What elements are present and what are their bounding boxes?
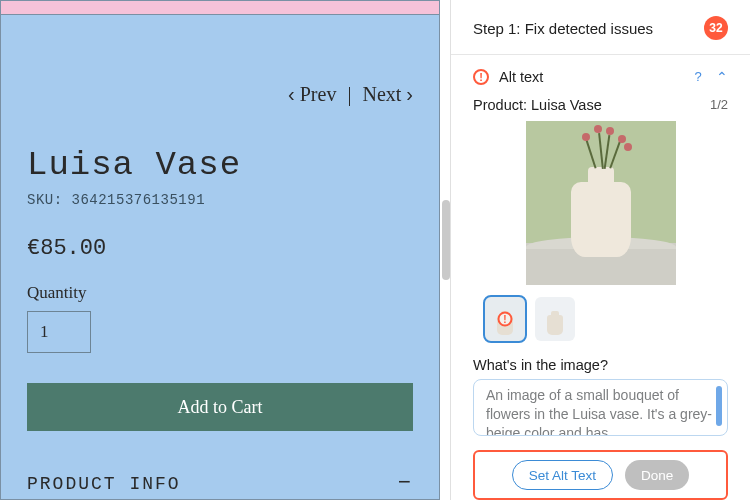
alt-text-value: An image of a small bouquet of flowers i… — [486, 387, 712, 436]
product-sku: SKU: 364215376135191 — [27, 192, 413, 208]
chevron-left-icon[interactable]: ‹ — [288, 83, 295, 105]
textarea-scrollbar[interactable] — [716, 386, 722, 426]
scrollbar-track — [440, 0, 450, 500]
add-to-cart-button[interactable]: Add to Cart — [27, 383, 413, 431]
header-strip — [1, 1, 439, 15]
product-row: Product: Luisa Vase 1/2 — [473, 97, 728, 113]
thumbnail-1[interactable]: ! — [485, 297, 525, 341]
step-header: Step 1: Fix detected issues 32 — [473, 16, 728, 40]
product-price: €85.00 — [27, 236, 413, 261]
add-to-cart-label: Add to Cart — [178, 397, 263, 418]
alert-icon: ! — [498, 312, 513, 327]
product-image-preview — [526, 121, 676, 285]
action-buttons-highlight: Set Alt Text Done — [473, 450, 728, 500]
image-thumbnails: ! — [485, 297, 728, 341]
product-preview: ‹ Prev | Next › Luisa Vase SKU: 36421537… — [0, 0, 440, 500]
alert-icon: ! — [473, 69, 489, 85]
alt-text-prompt: What's in the image? — [473, 357, 728, 373]
section-title: Alt text — [499, 69, 680, 85]
chevron-right-icon[interactable]: › — [406, 83, 413, 105]
help-icon[interactable]: ? — [690, 69, 706, 85]
done-label: Done — [641, 468, 673, 483]
done-button[interactable]: Done — [625, 460, 689, 490]
thumbnail-2[interactable] — [535, 297, 575, 341]
divider — [451, 54, 750, 55]
quantity-input[interactable]: 1 — [27, 311, 91, 353]
image-counter: 1/2 — [710, 97, 728, 112]
quantity-label: Quantity — [27, 283, 413, 303]
chevron-up-icon[interactable]: ⌃ — [716, 69, 728, 85]
quantity-value: 1 — [40, 322, 49, 342]
prev-next-nav: ‹ Prev | Next › — [27, 83, 413, 106]
issue-count-badge: 32 — [704, 16, 728, 40]
product-info-accordion[interactable]: PRODUCT INFO − — [27, 471, 413, 496]
separator: | — [347, 83, 351, 105]
section-header: ! Alt text ? ⌃ — [473, 69, 728, 85]
product-label: Product: Luisa Vase — [473, 97, 602, 113]
accessibility-panel: Step 1: Fix detected issues 32 ! Alt tex… — [450, 0, 750, 500]
prev-link[interactable]: Prev — [300, 83, 337, 105]
minus-icon: − — [398, 471, 413, 496]
alt-text-input[interactable]: An image of a small bouquet of flowers i… — [473, 379, 728, 436]
product-info-label: PRODUCT INFO — [27, 474, 181, 494]
next-link[interactable]: Next — [362, 83, 401, 105]
set-alt-text-label: Set Alt Text — [529, 468, 596, 483]
set-alt-text-button[interactable]: Set Alt Text — [512, 460, 613, 490]
scrollbar-thumb[interactable] — [442, 200, 450, 280]
step-label: Step 1: Fix detected issues — [473, 20, 653, 37]
product-title: Luisa Vase — [27, 146, 413, 184]
